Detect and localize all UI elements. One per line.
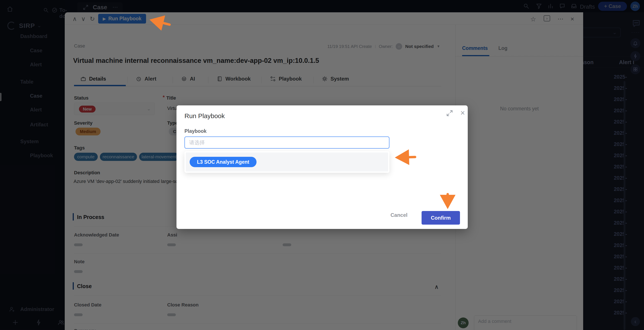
playbook-dropdown: L3 SOC Analyst Agent xyxy=(184,151,390,173)
playbook-field-label: Playbook xyxy=(184,128,206,134)
playbook-select[interactable] xyxy=(184,137,390,149)
modal-title: Run Playbook xyxy=(184,112,225,120)
confirm-button[interactable]: Confirm xyxy=(422,211,460,225)
expand-modal-icon[interactable] xyxy=(446,110,453,117)
playbook-option-pill[interactable]: L3 SOC Analyst Agent xyxy=(190,157,256,167)
app-root: 2 page(s) ‹ › ⌄ e Reason Alert I 2025-20… xyxy=(0,0,644,330)
playbook-option-row[interactable]: L3 SOC Analyst Agent xyxy=(186,152,388,171)
close-modal-icon[interactable]: × xyxy=(460,108,465,118)
cancel-button[interactable]: Cancel xyxy=(390,212,408,218)
run-playbook-modal: Run Playbook × Playbook L3 SOC Analyst A… xyxy=(176,105,468,229)
